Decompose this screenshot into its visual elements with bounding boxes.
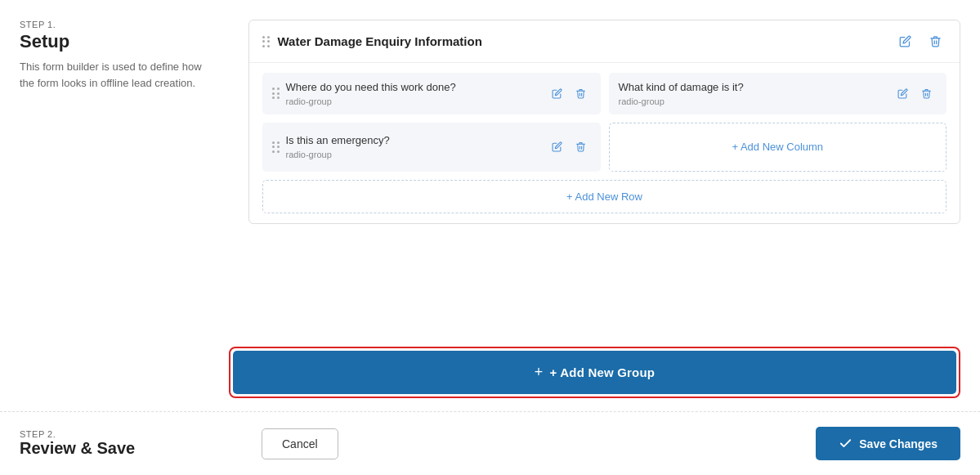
footer-actions: Cancel Save Changes bbox=[262, 427, 960, 460]
add-group-wrapper: + + Add New Group bbox=[0, 347, 980, 411]
field-label: Where do you need this work done? bbox=[286, 81, 540, 95]
group-container: Water Damage Enquiry Information bbox=[248, 20, 960, 224]
step2-label: STEP 2. bbox=[20, 429, 248, 439]
add-row-button[interactable]: + Add New Row bbox=[262, 180, 946, 213]
field-drag-handle[interactable] bbox=[272, 141, 280, 153]
field-card: Where do you need this work done? radio-… bbox=[262, 73, 601, 114]
field-edit-button[interactable] bbox=[547, 138, 567, 155]
table-row: Is this an emergency? radio-group bbox=[262, 123, 946, 172]
group-drag-handle[interactable] bbox=[262, 36, 270, 47]
field-card-info: Is this an emergency? radio-group bbox=[286, 134, 540, 159]
field-label: Is this an emergency? bbox=[286, 134, 540, 148]
add-row-label: + Add New Row bbox=[566, 190, 642, 203]
field-card-info: What kind of damage is it? radio-group bbox=[619, 81, 887, 106]
group-body: Where do you need this work done? radio-… bbox=[249, 63, 960, 223]
field-actions bbox=[893, 85, 937, 102]
right-panel: Water Damage Enquiry Information bbox=[229, 20, 980, 347]
add-group-button[interactable]: + + Add New Group bbox=[233, 351, 956, 394]
field-type: radio-group bbox=[619, 96, 887, 106]
field-delete-button[interactable] bbox=[571, 85, 591, 102]
step1-label: STEP 1. bbox=[20, 20, 209, 29]
content-area: STEP 1. Setup This form builder is used … bbox=[0, 0, 980, 347]
step1-description: This form builder is used to define how … bbox=[20, 59, 209, 91]
add-column-label: + Add New Column bbox=[732, 141, 823, 153]
field-edit-button[interactable] bbox=[547, 85, 567, 102]
cancel-button[interactable]: Cancel bbox=[262, 428, 338, 459]
field-edit-button[interactable] bbox=[893, 85, 913, 102]
add-column-button[interactable]: + Add New Column bbox=[609, 123, 947, 172]
footer-left: STEP 2. Review & Save bbox=[20, 429, 248, 458]
field-label: What kind of damage is it? bbox=[619, 81, 887, 95]
group-edit-button[interactable] bbox=[894, 32, 916, 51]
field-card-info: Where do you need this work done? radio-… bbox=[286, 81, 540, 106]
add-group-label: + Add New Group bbox=[550, 365, 656, 379]
table-row: Where do you need this work done? radio-… bbox=[262, 73, 946, 114]
save-icon bbox=[839, 437, 852, 450]
group-title: Water Damage Enquiry Information bbox=[278, 34, 887, 48]
group-delete-button[interactable] bbox=[924, 32, 946, 51]
main-layout: STEP 1. Setup This form builder is used … bbox=[0, 0, 980, 475]
group-header: Water Damage Enquiry Information bbox=[249, 20, 960, 63]
field-type: radio-group bbox=[286, 150, 540, 159]
field-type: radio-group bbox=[286, 96, 540, 106]
field-delete-button[interactable] bbox=[916, 85, 937, 102]
field-actions bbox=[547, 85, 591, 102]
footer-area: STEP 2. Review & Save Cancel Save Change… bbox=[0, 412, 980, 475]
left-panel: STEP 1. Setup This form builder is used … bbox=[0, 20, 229, 347]
field-drag-handle[interactable] bbox=[272, 87, 280, 99]
save-changes-button[interactable]: Save Changes bbox=[816, 427, 960, 460]
field-card: Is this an emergency? radio-group bbox=[262, 123, 601, 172]
step1-title: Setup bbox=[20, 31, 209, 52]
save-label: Save Changes bbox=[859, 437, 937, 450]
add-group-highlight: + + Add New Group bbox=[229, 347, 960, 398]
field-card: What kind of damage is it? radio-group bbox=[609, 73, 947, 114]
plus-icon: + bbox=[535, 364, 544, 381]
field-actions bbox=[547, 138, 591, 155]
step2-title: Review & Save bbox=[20, 439, 248, 458]
field-delete-button[interactable] bbox=[571, 138, 591, 155]
